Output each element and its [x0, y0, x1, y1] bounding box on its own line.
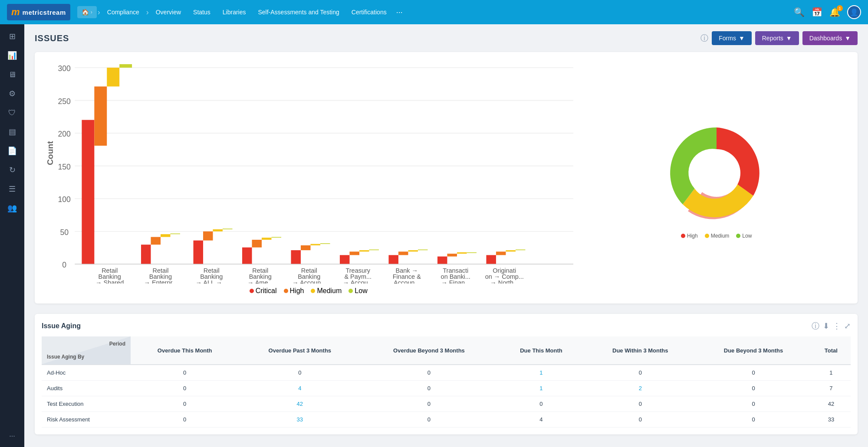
nav-compliance[interactable]: Compliance [101, 6, 145, 18]
sidebar: ⊞ 📊 🖥 ⚙ 🛡 ▤ 📄 ↻ ☰ 👥 ··· [0, 24, 24, 447]
legend-low: Low [349, 287, 367, 295]
svg-rect-28 [252, 240, 261, 248]
low-dot [349, 289, 353, 293]
th-due-within-3-months: Due Within 3 Months [585, 336, 695, 365]
donut-legend-medium: Medium [705, 233, 730, 239]
row-label-audits: Audits [42, 381, 131, 396]
nav-home-button[interactable]: 🏠 › [77, 6, 97, 18]
svg-rect-34 [320, 243, 330, 244]
dashboards-label: Dashboards [809, 35, 842, 42]
user-avatar[interactable]: 👤 [847, 5, 861, 19]
row-audits-due-this-month[interactable]: 1 [497, 381, 585, 396]
nav-overview[interactable]: Overview [150, 6, 187, 18]
logo-text: metricstream [23, 9, 66, 16]
svg-rect-25 [213, 229, 223, 232]
th-issue-aging-by-period: Period Issue Aging By [42, 336, 131, 365]
th-period-label: Period [47, 341, 125, 347]
row-audits-due-within-3[interactable]: 2 [585, 381, 695, 396]
dashboards-button[interactable]: Dashboards ▼ [802, 31, 858, 45]
svg-text:→ Finan...: → Finan... [441, 279, 470, 284]
te-overdue-past-3-link[interactable]: 42 [297, 401, 303, 407]
svg-text:→ Shared: → Shared [95, 279, 124, 284]
section-expand-icon[interactable]: ⤢ [844, 321, 851, 331]
row-adhoc-due-this-month[interactable]: 1 [497, 365, 585, 381]
svg-text:→ Ame...: → Ame... [247, 279, 273, 284]
svg-text:150: 150 [58, 163, 71, 171]
audits-due-within-3-link[interactable]: 2 [639, 385, 642, 392]
row-audits-overdue-past-3[interactable]: 4 [239, 381, 361, 396]
sidebar-item-refresh[interactable]: ↻ [3, 161, 21, 179]
svg-rect-17 [107, 68, 119, 86]
info-icon[interactable]: ⓘ [700, 33, 708, 43]
sidebar-item-list[interactable]: ☰ [3, 180, 21, 198]
issue-aging-section: Issue Aging ⓘ ⬇ ⋮ ⤢ Period Issue Aging B… [35, 314, 858, 434]
svg-rect-37 [359, 250, 369, 251]
row-label-test-execution: Test Execution [42, 396, 131, 412]
nav-more-icon[interactable]: ··· [393, 8, 406, 17]
legend-critical: Critical [250, 287, 277, 295]
svg-rect-29 [262, 238, 271, 240]
page-title: ISSUES [35, 33, 69, 43]
row-audits-overdue-this-month: 0 [131, 381, 239, 396]
row-ra-due-beyond-3: 0 [695, 412, 812, 427]
table-row: Audits 0 4 0 1 2 0 7 [42, 381, 851, 396]
forms-button[interactable]: Forms ▼ [712, 31, 752, 45]
svg-rect-38 [369, 249, 378, 250]
svg-rect-42 [418, 249, 427, 250]
nav-status[interactable]: Status [187, 6, 217, 18]
reports-button[interactable]: Reports ▼ [755, 31, 799, 45]
logo-box[interactable]: m metricstream [7, 4, 70, 20]
th-due-beyond-3-months: Due Beyond 3 Months [695, 336, 812, 365]
sidebar-item-monitor[interactable]: 🖥 [3, 66, 21, 83]
logo-area[interactable]: m metricstream [7, 4, 70, 20]
svg-text:Count: Count [46, 141, 55, 165]
audits-due-this-month-link[interactable]: 1 [539, 385, 542, 392]
row-ra-overdue-beyond-3: 0 [361, 412, 497, 427]
forms-label: Forms [719, 35, 736, 42]
svg-rect-48 [496, 251, 506, 255]
th-overdue-beyond-3-months: Overdue Beyond 3 Months [361, 336, 497, 365]
sidebar-item-grid[interactable]: ⊞ [3, 28, 21, 45]
notifications-button[interactable]: 🔔 1 [829, 7, 840, 17]
nav-certifications[interactable]: Certifications [345, 6, 393, 18]
svg-text:→ Enterpr...: → Enterpr... [144, 279, 177, 284]
adhoc-due-this-month-link[interactable]: 1 [539, 369, 542, 376]
th-total: Total [812, 336, 851, 365]
nav-self-assessments[interactable]: Self-Assessments and Testing [252, 6, 345, 18]
row-te-overdue-past-3[interactable]: 42 [239, 396, 361, 412]
nav-links: 🏠 › › Compliance › Overview Status Libra… [77, 6, 794, 18]
audits-overdue-past-3-link[interactable]: 4 [298, 385, 301, 392]
sidebar-item-users[interactable]: 👥 [3, 199, 21, 217]
svg-text:50: 50 [60, 228, 69, 237]
donut-medium-label: Medium [711, 233, 730, 239]
svg-rect-16 [94, 86, 107, 146]
section-action-icons: ⓘ ⬇ ⋮ ⤢ [812, 321, 851, 331]
section-download-icon[interactable]: ⬇ [823, 321, 829, 331]
home-icon: 🏠 [82, 9, 89, 16]
section-more-icon[interactable]: ⋮ [833, 321, 841, 331]
search-button[interactable]: 🔍 [794, 7, 805, 17]
nav-libraries[interactable]: Libraries [217, 6, 252, 18]
sidebar-item-file[interactable]: 📄 [3, 142, 21, 160]
sidebar-item-settings[interactable]: ⚙ [3, 85, 21, 102]
svg-rect-26 [223, 228, 232, 229]
donut-low-label: Low [742, 233, 752, 239]
row-adhoc-due-beyond-3: 0 [695, 365, 812, 381]
ra-overdue-past-3-link[interactable]: 33 [297, 416, 303, 423]
calendar-button[interactable]: 📅 [812, 7, 822, 17]
sidebar-item-layers[interactable]: ▤ [3, 123, 21, 140]
sidebar-item-chart[interactable]: 📊 [3, 47, 21, 64]
svg-rect-45 [457, 252, 467, 254]
svg-rect-27 [242, 248, 252, 264]
section-info-icon[interactable]: ⓘ [812, 321, 819, 331]
top-navigation: m metricstream 🏠 › › Compliance › Overvi… [0, 0, 868, 24]
sidebar-item-shield[interactable]: 🛡 [3, 104, 21, 121]
row-adhoc-due-within-3: 0 [585, 365, 695, 381]
header-actions: ⓘ Forms ▼ Reports ▼ Dashboards ▼ [700, 31, 858, 45]
svg-text:250: 250 [58, 97, 71, 106]
row-ra-overdue-past-3[interactable]: 33 [239, 412, 361, 427]
sidebar-more[interactable]: ··· [6, 429, 18, 444]
svg-rect-47 [486, 255, 496, 264]
svg-rect-20 [151, 237, 160, 245]
bar-chart-svg: 300 250 200 150 100 50 0 Count [43, 61, 573, 284]
